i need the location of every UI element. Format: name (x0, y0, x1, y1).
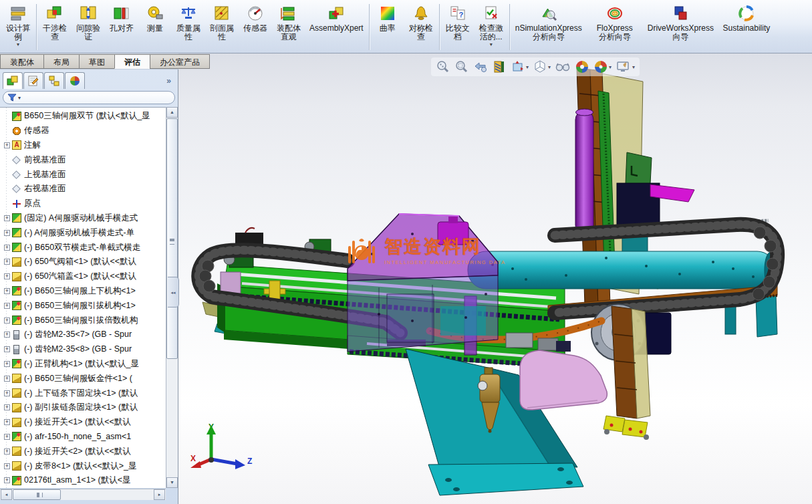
graphics-viewport[interactable]: ▾ ▾ ▾ ▾ 智造资料网 INTELLIGENT MANUFACTURING … (178, 53, 812, 504)
interference-check-button[interactable]: 干涉检 查 (38, 1, 72, 53)
expand-icon[interactable]: + (4, 404, 10, 410)
hole-alignment-button[interactable]: 孔对齐 (105, 1, 138, 53)
tree-item-annotations[interactable]: +注解 (1, 138, 166, 153)
scroll-left-button[interactable]: ◂ (1, 489, 12, 500)
tree-item-component[interactable]: +(-) B650三轴伺服引拔倍数机构 (1, 313, 166, 328)
tree-item-component[interactable]: +(-) 上下链条下固定块<1> (默认 (1, 386, 166, 400)
view-orientation-button[interactable]: ▾ (510, 59, 529, 75)
expand-icon[interactable]: + (4, 259, 10, 265)
section-properties-button[interactable]: 剖面属 性 (205, 1, 239, 53)
expand-icon[interactable]: + (4, 463, 10, 469)
expand-icon[interactable]: + (4, 230, 10, 236)
tree-item-component[interactable]: +(固定) A伺服驱动机械手横走式 (1, 211, 166, 226)
dropdown-caret[interactable]: ▾ (632, 64, 635, 70)
sensor-button[interactable]: 传感器 (239, 1, 272, 53)
expand-icon[interactable]: + (4, 245, 10, 251)
expand-icon[interactable]: + (4, 434, 10, 440)
tree-item-component[interactable]: +(-) A伺服驱动机械手横走式-单 (1, 225, 166, 240)
section-view-button[interactable] (491, 59, 507, 75)
measure-button[interactable]: 测量 (138, 1, 172, 53)
dropdown-caret[interactable]: ▾ (17, 42, 19, 47)
hide-show-items-button[interactable] (554, 59, 571, 75)
tree-item-component[interactable]: +(-) 正臂机构<1> (默认<默认_显 (1, 357, 166, 372)
floxpress-button[interactable]: FloXpress 分析向导 (586, 1, 644, 53)
dropdown-caret[interactable]: ▾ (526, 64, 529, 70)
tree-item-top-plane[interactable]: 上视基准面 (1, 167, 166, 182)
expand-icon[interactable]: + (4, 273, 10, 279)
tree-item-front-plane[interactable]: 前视基准面 (1, 152, 166, 167)
displaymanager-tab[interactable] (65, 72, 85, 89)
panel-expand-chevron[interactable]: » (166, 76, 175, 86)
mass-properties-button[interactable]: 质量属 性 (172, 1, 205, 53)
curvature-button[interactable]: 曲率 (371, 1, 404, 53)
zoom-to-area-button[interactable] (454, 59, 470, 75)
featuremanager-tree-tab[interactable] (3, 72, 23, 89)
expand-icon[interactable]: + (4, 346, 10, 352)
expand-icon[interactable]: + (4, 303, 10, 309)
assembly-visualization-button[interactable]: 装配体 直观 (272, 1, 305, 53)
tree-item-component[interactable]: +(-) 650气阀箱<1> (默认<<默认 (1, 255, 166, 269)
expand-icon[interactable]: + (4, 390, 10, 396)
tree-item-component[interactable]: +(-) afr-150-h_none_5_asm<1 (1, 430, 166, 445)
driveworksxpress-button[interactable]: DriveWorksXpress 向导 (644, 1, 718, 53)
scroll-right-button[interactable]: ▸ (154, 489, 165, 500)
tree-item-component[interactable]: +(-) B650双节横走式-单截式横走 (1, 240, 166, 255)
tab-office-products[interactable]: 办公室产品 (150, 54, 210, 69)
tree-item-component[interactable]: +(-) 皮带8<1> (默认<<默认>_显 (1, 459, 166, 473)
check-active-button[interactable]: 检查激 活的... ▾ (475, 1, 508, 53)
tree-item-component[interactable]: +(-) 齿轮M2-35<7> (GB - Spur (1, 328, 166, 342)
zoom-to-fit-button[interactable] (435, 59, 451, 75)
tab-evaluate[interactable]: 评估 (114, 54, 150, 69)
tree-item-right-plane[interactable]: 右视基准面 (1, 182, 166, 197)
tree-item-component[interactable]: +(-) 接近开关<1> (默认<<默认 (1, 415, 166, 430)
design-study-button[interactable]: 设计算 例 ▾ (1, 1, 35, 53)
model-3d[interactable] (178, 53, 812, 504)
assemblyxpert-button[interactable]: AssemblyXpert (305, 1, 368, 53)
expand-icon[interactable]: + (4, 361, 10, 367)
expand-icon[interactable]: + (4, 142, 10, 148)
symmetry-check-button[interactable]: 对称检 查 (404, 1, 438, 53)
tree-item-component[interactable]: +(-) B650三轴伺服钣金件<1> ( (1, 371, 166, 386)
expand-icon[interactable]: + (4, 449, 10, 455)
expand-icon[interactable]: + (4, 419, 10, 425)
tree-item-component[interactable]: +(-) 650汽箱盖<1> (默认<<默认 (1, 269, 166, 284)
simulationxpress-button[interactable]: nSimulationXpress 分析向导 (511, 1, 586, 53)
edit-appearance-button[interactable] (574, 59, 590, 75)
view-settings-button[interactable]: ▾ (615, 59, 636, 75)
tab-sketch[interactable]: 草图 (79, 54, 114, 69)
tree-item-component[interactable]: +(-) 齿轮M2-35<8> (GB - Spur (1, 342, 166, 357)
tree-item-component[interactable]: +(-) B650三轴伺服引拔机构<1> (1, 298, 166, 313)
panel-splitter-handle[interactable]: ◂◂ (168, 277, 179, 307)
tree-item-root[interactable]: B650三轴伺服双节 (默认<默认_显 (1, 109, 166, 124)
expand-icon[interactable]: + (4, 332, 10, 338)
tree-item-component[interactable]: +(-) 接近开关<2> (默认<<默认 (1, 444, 166, 459)
vertical-scroll-thumb[interactable] (166, 118, 178, 359)
tree-item-component[interactable]: +(-) 副引拔链条固定块<1> (默认 (1, 400, 166, 415)
tree-item-component[interactable]: +(-) B650三轴伺服上下机构<1> (1, 284, 166, 299)
tree-horizontal-scrollbar[interactable]: ◂ ▸ (0, 489, 166, 500)
dropdown-caret[interactable]: ▾ (609, 64, 612, 70)
filter-input[interactable] (21, 94, 170, 102)
expand-icon[interactable]: + (4, 215, 10, 221)
dropdown-caret[interactable]: ▾ (548, 64, 551, 70)
expand-icon[interactable]: + (4, 376, 10, 382)
horizontal-scroll-thumb[interactable] (13, 489, 61, 500)
clearance-verification-button[interactable]: 间隙验 证 (72, 1, 105, 53)
scroll-down-button[interactable]: ▼ (166, 477, 178, 488)
expand-icon[interactable]: + (4, 477, 10, 483)
apply-scene-button[interactable]: ▾ (593, 59, 612, 75)
tree-item-sensors[interactable]: 传感器 (1, 124, 166, 138)
tree-item-origin[interactable]: 原点 (1, 197, 166, 211)
propertymanager-tab[interactable] (23, 72, 43, 89)
expand-icon[interactable]: + (4, 318, 10, 324)
configurationmanager-tab[interactable] (44, 72, 64, 89)
tree-item-component[interactable]: +02176tl_asm_1<1> (默认<显 (1, 473, 166, 488)
tab-assembly[interactable]: 装配体 (0, 54, 43, 69)
compare-documents-button[interactable]: ? 比较文 档 (441, 1, 475, 53)
display-style-button[interactable]: ▾ (532, 59, 551, 75)
tab-layout[interactable]: 布局 (43, 54, 79, 69)
sustainability-button[interactable]: Sustainability (718, 1, 775, 53)
scroll-up-button[interactable]: ▲ (166, 107, 178, 118)
dropdown-caret[interactable]: ▾ (490, 42, 493, 47)
previous-view-button[interactable] (472, 59, 489, 75)
